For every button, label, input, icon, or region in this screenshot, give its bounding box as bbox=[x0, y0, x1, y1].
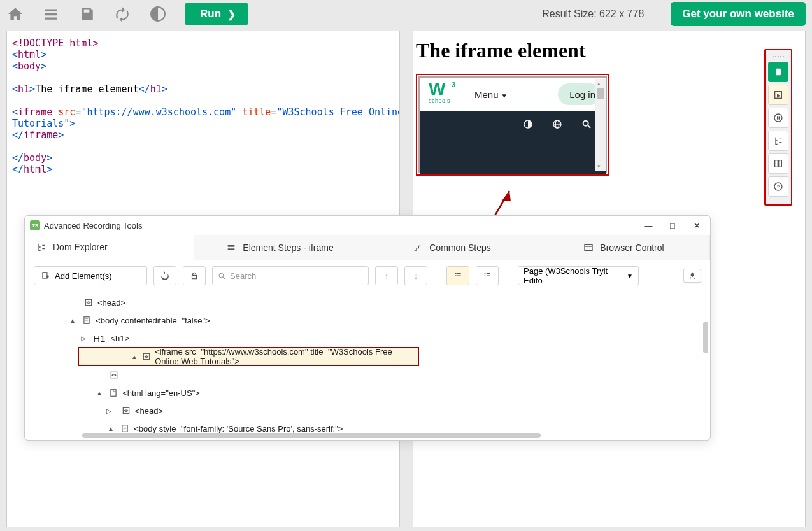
svg-rect-12 bbox=[775, 160, 778, 167]
highlight-button[interactable] bbox=[768, 85, 788, 105]
dropdown-icon: ▼ bbox=[627, 273, 633, 280]
tree-node-body[interactable]: ▲ <body contenteditable="false"> bbox=[25, 311, 710, 329]
svg-text:?: ? bbox=[777, 184, 780, 190]
chevron-right-icon: ❯ bbox=[227, 8, 236, 20]
tab-common-steps[interactable]: Common Steps bbox=[366, 235, 538, 260]
view-tree-button[interactable] bbox=[446, 266, 469, 285]
svg-text:<>: <> bbox=[112, 373, 117, 377]
dom-tree[interactable]: <><head> ▲ <body contenteditable="false"… bbox=[25, 291, 710, 440]
lock-button[interactable] bbox=[183, 266, 206, 285]
tree-node-head-2[interactable]: ▷ <><head> bbox=[25, 402, 710, 420]
run-button[interactable]: Run❯ bbox=[185, 3, 248, 25]
svg-rect-11 bbox=[779, 116, 780, 119]
svg-line-6 bbox=[588, 125, 590, 128]
svg-point-28 bbox=[485, 278, 486, 279]
refresh-button[interactable] bbox=[153, 266, 176, 285]
svg-rect-13 bbox=[779, 160, 782, 167]
scroll-up-icon[interactable]: ▴ bbox=[597, 80, 601, 87]
w3schools-logo: W3 schools bbox=[429, 82, 458, 106]
tab-dom-explorer[interactable]: Dom Explorer bbox=[25, 235, 194, 260]
view-list-button[interactable] bbox=[476, 266, 499, 285]
advanced-recording-tools-window: TS Advanced Recording Tools — □ ✕ Dom Ex… bbox=[24, 215, 711, 441]
tree-node-h1[interactable]: ▷ H1<h1> bbox=[25, 329, 710, 347]
record-button[interactable] bbox=[768, 62, 788, 82]
svg-point-27 bbox=[485, 275, 486, 276]
tree-hscroll[interactable] bbox=[63, 432, 697, 439]
minimize-button[interactable]: — bbox=[644, 221, 653, 230]
run-label: Run bbox=[200, 8, 221, 20]
svg-text:<>: <> bbox=[124, 409, 128, 413]
theme-icon[interactable] bbox=[149, 5, 167, 23]
result-heading: The iframe element bbox=[416, 39, 805, 62]
menu-icon[interactable] bbox=[42, 5, 60, 23]
quick-action-button[interactable] bbox=[683, 269, 701, 283]
editor-topbar: Run❯ Result Size: 622 x 778 Get your own… bbox=[0, 0, 812, 28]
move-down-button[interactable]: ↓ bbox=[404, 266, 427, 285]
home-icon[interactable] bbox=[6, 5, 24, 23]
search-icon[interactable] bbox=[581, 119, 592, 129]
iframe-preview: W3 schools Menu ▼ Log in ▴ ▾ bbox=[416, 74, 609, 176]
menu-link[interactable]: Menu ▼ bbox=[474, 89, 508, 100]
svg-point-24 bbox=[219, 273, 224, 278]
tree-vscroll[interactable] bbox=[701, 291, 710, 431]
svg-rect-19 bbox=[228, 248, 235, 250]
page-selector[interactable]: Page (W3Schools Tryit Edito▼ bbox=[518, 266, 639, 285]
login-button[interactable]: Log in bbox=[558, 83, 601, 105]
help-button[interactable]: ? bbox=[768, 176, 788, 197]
svg-point-5 bbox=[583, 121, 588, 126]
svg-rect-18 bbox=[228, 245, 235, 247]
layout-button[interactable] bbox=[768, 153, 788, 174]
art-tabs: Dom Explorer Element Steps - iframe Comm… bbox=[25, 235, 710, 260]
tree-node-iframe[interactable]: ▲ <><iframe src="https://www.w3schools.c… bbox=[78, 347, 419, 366]
result-size-label: Result Size: 622 x 778 bbox=[542, 8, 644, 20]
svg-rect-22 bbox=[43, 273, 47, 278]
svg-point-9 bbox=[774, 114, 782, 122]
move-up-button[interactable]: ↑ bbox=[375, 266, 398, 285]
svg-point-26 bbox=[485, 273, 486, 274]
tab-element-steps[interactable]: Element Steps - iframe bbox=[194, 235, 366, 260]
window-titlebar[interactable]: TS Advanced Recording Tools — □ ✕ bbox=[25, 216, 710, 235]
svg-rect-39 bbox=[111, 390, 116, 397]
svg-rect-23 bbox=[192, 275, 197, 278]
rotate-icon[interactable] bbox=[113, 5, 131, 23]
caret-down-icon: ▼ bbox=[501, 92, 508, 99]
iframe-scrollbar[interactable]: ▴ ▾ bbox=[595, 79, 606, 171]
pause-button[interactable] bbox=[768, 108, 788, 128]
window-title: Advanced Recording Tools bbox=[44, 221, 142, 230]
svg-line-25 bbox=[223, 277, 225, 279]
save-icon[interactable] bbox=[78, 5, 96, 23]
tree-node-anon[interactable]: <> bbox=[25, 366, 710, 384]
svg-text:<>: <> bbox=[87, 301, 91, 304]
svg-rect-20 bbox=[585, 244, 592, 250]
maximize-button[interactable]: □ bbox=[668, 221, 677, 230]
scroll-down-icon[interactable]: ▾ bbox=[597, 163, 601, 169]
search-input[interactable]: Search bbox=[212, 266, 369, 285]
close-button[interactable]: ✕ bbox=[692, 221, 701, 230]
contrast-icon[interactable] bbox=[523, 119, 533, 129]
tab-browser-control[interactable]: Browser Control bbox=[538, 235, 710, 260]
svg-text:<>: <> bbox=[145, 355, 149, 358]
tree-node-head[interactable]: <><head> bbox=[25, 294, 710, 311]
svg-rect-10 bbox=[777, 116, 778, 119]
add-element-button[interactable]: Add Element(s) bbox=[34, 266, 147, 285]
art-toolbar: Add Element(s) Search ↑ ↓ Page (W3School… bbox=[25, 260, 710, 291]
globe-icon[interactable] bbox=[552, 119, 562, 129]
app-badge-icon: TS bbox=[30, 220, 40, 230]
get-website-button[interactable]: Get your own website bbox=[671, 2, 806, 26]
iframe-dark-bar bbox=[420, 111, 606, 138]
dom-tree-button[interactable] bbox=[768, 131, 788, 151]
tools-rail: ? bbox=[764, 49, 792, 206]
tree-node-html[interactable]: ▲ <html lang="en-US"> bbox=[25, 384, 710, 402]
svg-rect-7 bbox=[776, 69, 781, 76]
